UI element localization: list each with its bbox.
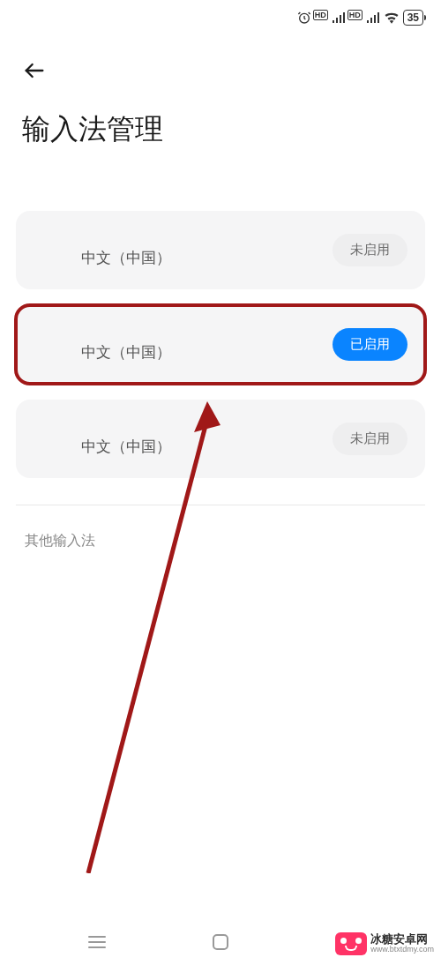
ime-status-button[interactable]: 未启用 (333, 234, 407, 266)
ime-label: 中文（中国） (81, 342, 171, 363)
ime-label: 中文（中国） (81, 437, 171, 457)
nav-home-button[interactable] (203, 924, 238, 960)
section-divider (16, 505, 425, 505)
back-button[interactable] (22, 53, 57, 88)
alarm-icon (297, 11, 311, 25)
signal-icon-2 (366, 11, 380, 24)
hd-indicator-1: HD (313, 10, 328, 20)
ime-card-highlighted[interactable]: 中文（中国） 已启用 (16, 305, 425, 384)
watermark-name: 冰糖安卓网 (370, 933, 434, 946)
ime-status-button-active[interactable]: 已启用 (333, 328, 407, 361)
ime-card[interactable]: 中文（中国） 未启用 (16, 211, 425, 289)
ime-label: 中文（中国） (81, 248, 171, 268)
page-title: 输入法管理 (22, 110, 419, 149)
ime-status-button[interactable]: 未启用 (333, 423, 407, 455)
signal-icon-1 (332, 11, 346, 24)
hd-indicator-2: HD (348, 10, 363, 20)
header: 输入法管理 (0, 35, 441, 211)
status-icons: HD HD 35 (297, 10, 423, 26)
wifi-icon (384, 11, 400, 24)
watermark-url: www.btxtdmy.com (370, 946, 434, 954)
ime-list: 中文（中国） 未启用 中文（中国） 已启用 中文（中国） 未启用 (0, 211, 441, 478)
svg-line-2 (88, 419, 207, 873)
watermark: 冰糖安卓网 www.btxtdmy.com (328, 929, 441, 959)
other-ime-section-label: 其他输入法 (0, 523, 441, 559)
watermark-logo-icon (335, 932, 367, 955)
battery-level: 35 (407, 11, 419, 24)
svg-rect-7 (213, 935, 228, 949)
status-bar: HD HD 35 (0, 0, 441, 35)
nav-recents-button[interactable] (79, 924, 115, 960)
ime-card[interactable]: 中文（中国） 未启用 (16, 400, 425, 478)
battery-indicator: 35 (403, 10, 423, 26)
